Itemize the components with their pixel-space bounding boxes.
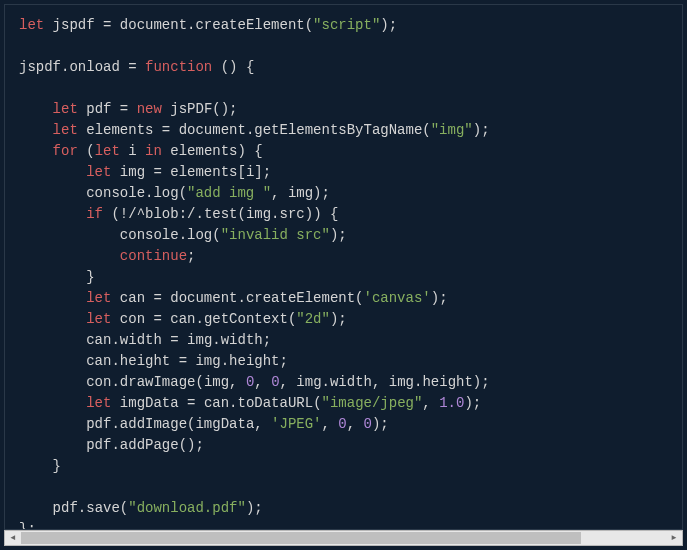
scroll-left-arrow-icon[interactable]: ◄ [5, 531, 21, 545]
code-content[interactable]: let jspdf = document.createElement("scri… [4, 4, 683, 530]
scrollbar-thumb[interactable] [21, 532, 581, 544]
code-editor: let jspdf = document.createElement("scri… [0, 0, 687, 550]
horizontal-scrollbar[interactable]: ◄ ► [4, 530, 683, 546]
scroll-right-arrow-icon[interactable]: ► [666, 531, 682, 545]
